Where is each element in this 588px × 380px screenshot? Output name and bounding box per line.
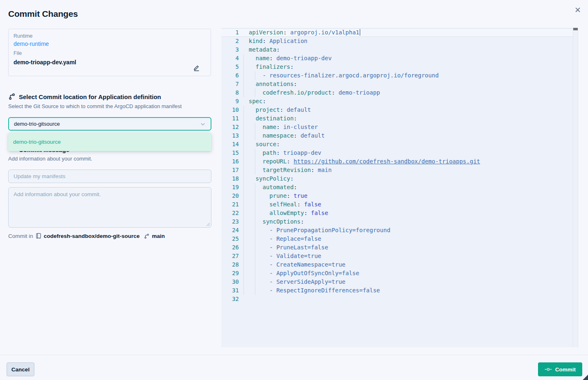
line-number: 30 [221, 278, 239, 286]
gitsource-select[interactable]: demo-trio-gitsource [8, 117, 211, 131]
code-line[interactable]: 19 automated: [221, 183, 573, 192]
line-number: 6 [221, 71, 239, 80]
code-line[interactable]: 5 finalizers: [221, 63, 573, 71]
line-number: 29 [221, 269, 239, 278]
line-number: 22 [221, 209, 239, 217]
code-line[interactable]: 2kind: Application [221, 37, 573, 45]
code-line[interactable]: 4 name: demo-trioapp-dev [221, 54, 573, 63]
code-line[interactable]: 1apiVersion: argoproj.io/v1alpha1 [221, 28, 573, 37]
code-line[interactable]: 22 allowEmpty: false [221, 209, 573, 217]
code-line[interactable]: 18 syncPolicy: [221, 174, 573, 183]
line-number: 16 [221, 157, 239, 166]
code-line[interactable]: 21 selfHeal: false [221, 200, 573, 209]
line-number: 28 [221, 260, 239, 269]
line-number: 32 [221, 295, 239, 303]
textarea-resize-handle[interactable] [205, 222, 210, 226]
line-number: 11 [221, 114, 239, 123]
code-line[interactable]: 23 syncOptions: [221, 217, 573, 226]
code-line[interactable]: 25 - Replace=false [221, 235, 573, 243]
line-number: 8 [221, 88, 239, 97]
runtime-file-card: Runtime demo-runtime File demo-trioapp-d… [8, 29, 211, 76]
gitsource-selected-value: demo-trio-gitsource [14, 121, 200, 127]
line-number: 14 [221, 140, 239, 149]
commit-button[interactable]: Commit [538, 362, 582, 376]
line-number: 27 [221, 252, 239, 260]
line-number: 23 [221, 217, 239, 226]
code-line[interactable]: 14 source: [221, 140, 573, 149]
window-resize-grip[interactable] [583, 375, 588, 380]
yaml-editor[interactable]: 1apiVersion: argoproj.io/v1alpha12kind: … [221, 28, 578, 347]
commit-location-heading: Select Commit location for Application d… [19, 93, 161, 100]
code-line[interactable]: 11 destination: [221, 114, 573, 123]
commit-summary-input[interactable] [8, 170, 211, 183]
code-line[interactable]: 8 codefresh.io/product: demo-trioapp [221, 88, 573, 97]
line-number: 25 [221, 235, 239, 243]
line-number: 20 [221, 192, 239, 200]
code-line[interactable]: 28 - CreateNamespace=true [221, 260, 573, 269]
line-number: 19 [221, 183, 239, 192]
code-line[interactable]: 26 - PruneLast=false [221, 243, 573, 252]
chevron-down-icon [200, 121, 206, 127]
gitsource-dropdown-panel: demo-trio-gitsource [8, 133, 211, 151]
line-number: 9 [221, 97, 239, 106]
code-line[interactable]: 29 - ApplyOutOfSyncOnly=false [221, 269, 573, 278]
line-number: 24 [221, 226, 239, 235]
commit-in-label: Commit in [8, 233, 33, 239]
code-line[interactable]: 24 - PrunePropagationPolicy=foreground [221, 226, 573, 235]
line-number: 15 [221, 149, 239, 157]
code-line[interactable]: 13 namespace: default [221, 131, 573, 140]
code-line[interactable]: 9spec: [221, 97, 573, 106]
line-number: 13 [221, 131, 239, 140]
commit-repo-name: codefresh-sandbox/demo-git-source [44, 233, 140, 239]
cancel-button[interactable]: Cancel [7, 362, 34, 376]
line-number: 2 [221, 37, 239, 45]
file-label: File [14, 50, 206, 56]
file-name: demo-trioapp-dev.yaml [14, 59, 206, 66]
repo-icon [36, 233, 41, 239]
commit-in-row: Commit in codefresh-sandbox/demo-git-sou… [8, 233, 165, 239]
git-commit-icon [545, 367, 552, 371]
line-number: 7 [221, 80, 239, 88]
code-line[interactable]: 17 targetRevision: main [221, 166, 573, 174]
line-number: 10 [221, 106, 239, 114]
editor-overview-ruler[interactable] [573, 28, 578, 347]
commit-message-subtitle: Add information about your commit. [8, 156, 92, 162]
code-line[interactable]: 27 - Validate=true [221, 252, 573, 260]
runtime-link[interactable]: demo-runtime [14, 41, 206, 47]
edit-pencil-icon[interactable] [193, 64, 200, 71]
code-line[interactable]: 12 name: in-cluster [221, 123, 573, 131]
code-line[interactable]: 7 annotations: [221, 80, 573, 88]
line-number: 3 [221, 45, 239, 54]
commit-description-textarea[interactable] [8, 187, 211, 228]
code-line[interactable]: 10 project: default [221, 106, 573, 114]
modal-footer: Cancel Commit [0, 355, 588, 380]
line-number: 5 [221, 63, 239, 71]
code-line[interactable]: 30 - ServerSideApply=true [221, 278, 573, 286]
close-icon[interactable]: ✕ [573, 5, 583, 15]
code-line[interactable]: 6 - resources-finalizer.argocd.argoproj.… [221, 71, 573, 80]
code-lines: 1apiVersion: argoproj.io/v1alpha12kind: … [221, 28, 573, 303]
code-line[interactable]: 20 prune: true [221, 192, 573, 200]
line-number: 26 [221, 243, 239, 252]
line-number: 4 [221, 54, 239, 63]
text-cursor [360, 29, 361, 36]
line-number: 21 [221, 200, 239, 209]
runtime-label: Runtime [14, 33, 206, 39]
line-number: 17 [221, 166, 239, 174]
code-line[interactable]: 3metadata: [221, 45, 573, 54]
code-line[interactable]: 16 repoURL: https://github.com/codefresh… [221, 157, 573, 166]
branch-icon [144, 233, 150, 239]
page-title: Commit Changes [8, 9, 78, 19]
line-number: 12 [221, 123, 239, 131]
code-line[interactable]: 31 - RespectIgnoreDifferences=false [221, 286, 573, 295]
commit-branch-name: main [152, 233, 165, 239]
git-branch-icon [8, 93, 16, 100]
line-number: 31 [221, 286, 239, 295]
ruler-cursor-marker [573, 28, 578, 30]
code-line[interactable]: 15 path: trioapp-dev [221, 149, 573, 157]
line-number: 18 [221, 174, 239, 183]
commit-location-subtitle: Select the Git Source to which to commit… [8, 103, 182, 109]
gitsource-option[interactable]: demo-trio-gitsource [8, 133, 211, 151]
line-number: 1 [221, 28, 239, 37]
code-line[interactable]: 32 [221, 295, 573, 303]
